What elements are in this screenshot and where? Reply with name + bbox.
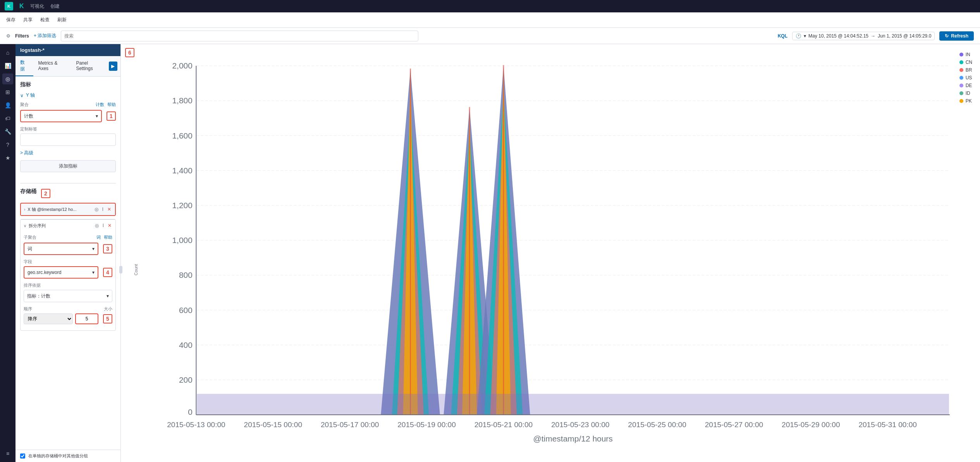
legend-de: DE xyxy=(959,83,972,88)
x-axis-bucket-label: X 轴 @timestamp/12 ho... xyxy=(28,207,76,212)
order-select[interactable]: 降序 xyxy=(24,313,73,324)
badge-2: 2 xyxy=(41,189,50,198)
collapse-icon[interactable]: ∨ xyxy=(24,224,26,228)
split-label: 拆分序列 xyxy=(29,223,46,229)
size-label: 大小 xyxy=(104,306,112,312)
legend-dot-de xyxy=(959,84,963,87)
edit2-icon[interactable]: I xyxy=(102,222,105,229)
custom-label-input[interactable] xyxy=(20,133,116,146)
sub-agg-section: 子聚合 词 帮助 词 ▾ 3 xyxy=(21,231,115,330)
group-other-label: 在单独的存储桶中对其他值分组 xyxy=(28,453,88,459)
svg-rect-49 xyxy=(197,394,949,415)
badge-3: 3 xyxy=(103,244,112,253)
svg-text:2015-05-23 00:00: 2015-05-23 00:00 xyxy=(551,421,609,429)
tab-panel-settings[interactable]: Panel Settings xyxy=(71,57,108,75)
share-button[interactable]: 共享 xyxy=(23,17,33,23)
word-help[interactable]: 词 xyxy=(96,234,101,240)
size-input[interactable] xyxy=(75,313,98,324)
close-icon[interactable]: ✕ xyxy=(107,206,112,213)
metrics-title: 指标 xyxy=(20,81,116,88)
badge-6: 6 xyxy=(125,48,134,57)
play-button[interactable]: ▶ xyxy=(109,62,117,71)
inspect-button[interactable]: 检查 xyxy=(40,17,50,23)
legend-dot-us xyxy=(959,76,963,80)
order-size-section: 顺序 大小 降序 5 xyxy=(24,306,112,324)
sub-agg-help[interactable]: 帮助 xyxy=(104,234,112,240)
sidebar-person-icon[interactable]: 👤 xyxy=(2,100,13,111)
eye2-icon[interactable]: ◎ xyxy=(94,222,100,229)
expand-icon[interactable]: › xyxy=(24,207,25,212)
toolbar: 保存 共享 检查 刷新 xyxy=(0,12,980,28)
chart-area: 6 Count IN CN BR xyxy=(121,44,980,462)
svg-text:1,600: 1,600 xyxy=(172,132,192,140)
sidebar-wrench-icon[interactable]: 🔧 xyxy=(2,126,13,137)
sub-agg-label: 子聚合 xyxy=(24,234,36,240)
settings-icon[interactable]: ⚙ xyxy=(6,33,10,39)
eye-icon[interactable]: ◎ xyxy=(94,206,99,213)
tab-metrics-axes[interactable]: Metrics & Axes xyxy=(33,57,71,75)
sidebar-home-icon[interactable]: ⌂ xyxy=(2,47,13,58)
add-metric-button[interactable]: 添加指标 xyxy=(20,160,116,172)
group-other-checkbox[interactable] xyxy=(20,453,25,459)
agg-select-value: 计数 xyxy=(24,113,33,120)
y-axis-sub: ∨ Y 轴 xyxy=(20,92,116,99)
legend-us: US xyxy=(959,75,972,80)
sidebar-compass-icon[interactable]: ◎ xyxy=(2,74,13,84)
legend-dot-pk xyxy=(959,99,963,103)
panel-content: 指标 ∨ Y 轴 聚合 计数 帮助 计数 ▾ xyxy=(15,77,120,450)
field-label: 字段 xyxy=(24,259,112,265)
metrics-section: 指标 ∨ Y 轴 聚合 计数 帮助 计数 ▾ xyxy=(20,81,116,178)
refresh-button[interactable]: 刷新 xyxy=(57,17,67,23)
svg-text:2015-05-31 00:00: 2015-05-31 00:00 xyxy=(858,421,916,429)
sidebar-chart-icon[interactable]: 📊 xyxy=(2,60,13,71)
sidebar-star-icon[interactable]: ★ xyxy=(2,152,13,163)
advanced-toggle[interactable]: > 高级 xyxy=(20,150,116,156)
sidebar-tag-icon[interactable]: 🏷 xyxy=(2,113,13,124)
svg-text:200: 200 xyxy=(179,376,193,384)
add-filter-button[interactable]: + 添加筛选 xyxy=(34,33,56,39)
y-axis-chart-label: Count xyxy=(134,264,138,275)
agg-select[interactable]: 计数 ▾ xyxy=(20,110,102,122)
filters-label: Filters xyxy=(15,33,29,39)
chevron-down-icon: ▾ xyxy=(96,113,98,119)
logo[interactable]: K xyxy=(5,2,13,10)
chevron-down-icon3: ▾ xyxy=(92,270,95,275)
tab-data[interactable]: 数据 xyxy=(15,56,33,76)
agg-label: 聚合 xyxy=(20,102,29,108)
chart-legend: IN CN BR US DE xyxy=(959,52,972,104)
legend-dot-in xyxy=(959,53,963,56)
edit-icon[interactable]: I xyxy=(101,206,104,213)
kql-button[interactable]: KQL xyxy=(778,33,787,39)
legend-dot-br xyxy=(959,68,963,72)
close2-icon[interactable]: ✕ xyxy=(107,222,112,229)
time-range-picker[interactable]: 🕐 ▾ May 10, 2015 @ 14:04:52.15 → Jun 1, … xyxy=(792,32,935,40)
chevron-down-icon4: ▾ xyxy=(107,293,109,299)
sub-agg-select[interactable]: 词 ▾ xyxy=(24,243,98,255)
resize-handle[interactable] xyxy=(119,266,122,274)
svg-text:2015-05-15 00:00: 2015-05-15 00:00 xyxy=(244,421,302,429)
nav-visualize[interactable]: 可视化 xyxy=(30,3,44,10)
order-by-select[interactable]: 指标：计数 ▾ xyxy=(24,290,112,302)
left-panel: logstash-* 数据 Metrics & Axes Panel Setti… xyxy=(15,44,121,462)
save-button[interactable]: 保存 xyxy=(6,17,15,23)
nav-create[interactable]: 创建 xyxy=(50,3,60,10)
index-name: logstash-* xyxy=(20,47,45,53)
order-by-value: 指标：计数 xyxy=(27,293,50,299)
clock-icon: 🕐 xyxy=(796,33,801,39)
sidebar-grid-icon[interactable]: ⊞ xyxy=(2,87,13,98)
refresh-main-button[interactable]: ↻ Refresh xyxy=(939,31,974,41)
legend-label-pk: PK xyxy=(966,98,972,104)
sidebar-bars-icon[interactable]: ≡ xyxy=(2,448,13,459)
help-link[interactable]: 帮助 xyxy=(107,102,116,108)
field-select[interactable]: geo.src.keyword ▾ xyxy=(24,266,98,279)
svg-text:2015-05-27 00:00: 2015-05-27 00:00 xyxy=(705,421,763,429)
svg-text:2,000: 2,000 xyxy=(172,62,192,70)
legend-cn: CN xyxy=(959,60,972,65)
svg-text:2015-05-17 00:00: 2015-05-17 00:00 xyxy=(321,421,379,429)
chart-wrapper: 6 Count IN CN BR xyxy=(121,44,980,462)
sidebar-question-icon[interactable]: ? xyxy=(2,139,13,150)
svg-text:600: 600 xyxy=(179,306,193,314)
legend-dot-id xyxy=(959,91,963,95)
count-help-label[interactable]: 计数 xyxy=(96,102,104,108)
search-input[interactable] xyxy=(61,31,418,41)
